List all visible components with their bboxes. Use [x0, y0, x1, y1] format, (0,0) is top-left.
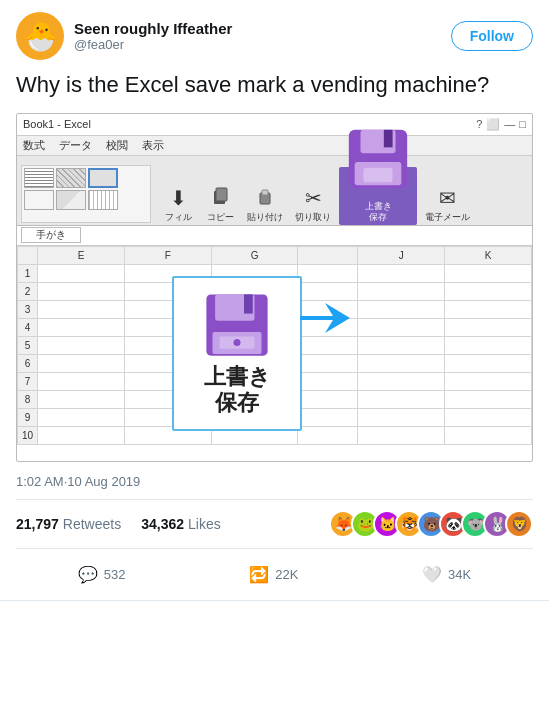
tweet-stats: 21,797 Retweets 34,362 Likes 🦊 🐸 🐱 🐯 🐻 🐼…	[16, 499, 533, 549]
ribbon-buttons: ⬇ フィル コピー 貼り付け ✂ 切り取り	[159, 167, 474, 225]
ribbon-btn-copy[interactable]: コピー	[201, 167, 239, 225]
restore-icon: ⬜	[486, 118, 500, 131]
tweet-text: Why is the Excel save mark a vending mac…	[16, 70, 533, 101]
svg-rect-11	[244, 294, 253, 313]
swatch-6	[88, 190, 118, 210]
excel-grid: E F G J K 1 2 3 4 5 6 7 8	[17, 246, 532, 461]
menu-item-review[interactable]: 校閲	[106, 138, 128, 153]
liker-avatars: 🦊 🐸 🐱 🐯 🐻 🐼 🐨 🐰 🦁	[329, 510, 533, 538]
liker-avatar-9: 🦁	[505, 510, 533, 538]
ribbon-btn-email[interactable]: ✉ 電子メール	[421, 167, 474, 225]
arrow-indicator	[295, 298, 355, 340]
column-header-row: E F G J K	[18, 246, 532, 264]
save-popup-label: 上書き保存	[204, 364, 271, 417]
save-popup-overlay: 上書き保存	[172, 276, 302, 431]
likes-stat: 34,362 Likes	[141, 516, 221, 532]
save-icon	[343, 124, 413, 199]
save-label: 上書き 保存	[365, 201, 392, 223]
paste-icon	[255, 185, 275, 210]
menu-item-view[interactable]: 表示	[142, 138, 164, 153]
svg-rect-1	[216, 188, 227, 201]
swatch-1	[24, 168, 54, 188]
username: @fea0er	[74, 37, 232, 52]
tweet-header: 🐣 Seen roughly Iffeather @fea0er Follow	[16, 12, 533, 60]
cut-label: 切り取り	[295, 212, 331, 223]
retweet-count: 22K	[275, 567, 298, 582]
svg-marker-15	[300, 303, 350, 333]
ribbon-btn-paste[interactable]: 貼り付け	[243, 167, 287, 225]
ribbon-btn-cut[interactable]: ✂ 切り取り	[291, 167, 335, 225]
svg-rect-3	[262, 190, 268, 195]
excel-title-text: Book1 - Excel	[23, 118, 91, 130]
excel-title-icons: ? ⬜ — □	[476, 118, 526, 131]
excel-ribbon: ⬇ フィル コピー 貼り付け ✂ 切り取り	[17, 156, 532, 226]
excel-name-row: 手がき	[17, 226, 532, 246]
reply-count: 532	[104, 567, 126, 582]
like-count: 34K	[448, 567, 471, 582]
swatch-4	[24, 190, 54, 210]
svg-rect-6	[384, 130, 393, 148]
swatch-5	[56, 190, 86, 210]
swatch-3	[88, 168, 118, 188]
swatch-2	[56, 168, 86, 188]
svg-rect-8	[363, 168, 392, 183]
ribbon-btn-save[interactable]: 上書き 保存	[339, 167, 417, 225]
email-icon: ✉	[439, 186, 456, 210]
fill-label: フィル	[165, 212, 192, 223]
likes-label: Likes	[188, 516, 221, 532]
col-j: J	[358, 246, 445, 264]
retweets-stat: 21,797 Retweets	[16, 516, 121, 532]
tweet-card: 🐣 Seen roughly Iffeather @fea0er Follow …	[0, 0, 549, 601]
paste-label: 貼り付け	[247, 212, 283, 223]
col-f: F	[124, 246, 211, 264]
col-g: G	[211, 246, 298, 264]
display-name: Seen roughly Iffeather	[74, 20, 232, 37]
tweet-timestamp: 1:02 AM·10 Aug 2019	[16, 474, 533, 489]
like-button[interactable]: 🤍 34K	[422, 565, 471, 584]
reply-icon: 💬	[78, 565, 98, 584]
user-info: 🐣 Seen roughly Iffeather @fea0er	[16, 12, 232, 60]
follow-button[interactable]: Follow	[451, 21, 533, 51]
retweets-label: Retweets	[63, 516, 121, 532]
col-h	[298, 246, 358, 264]
cut-icon: ✂	[305, 186, 322, 210]
retweet-button[interactable]: 🔁 22K	[249, 565, 298, 584]
retweet-icon: 🔁	[249, 565, 269, 584]
like-icon: 🤍	[422, 565, 442, 584]
help-icon: ?	[476, 118, 482, 130]
excel-title-bar: Book1 - Excel ? ⬜ — □	[17, 114, 532, 136]
user-names: Seen roughly Iffeather @fea0er	[74, 20, 232, 52]
swatch-row-1	[24, 168, 148, 188]
excel-menu-bar: 数式 データ 校閲 表示	[17, 136, 532, 156]
corner-cell	[18, 246, 38, 264]
maximize-icon: □	[519, 118, 526, 130]
likes-count: 34,362	[141, 516, 184, 532]
reply-button[interactable]: 💬 532	[78, 565, 126, 584]
email-label: 電子メール	[425, 212, 470, 223]
ribbon-btn-fill[interactable]: ⬇ フィル	[159, 167, 197, 225]
retweets-count: 21,797	[16, 516, 59, 532]
menu-item-formula[interactable]: 数式	[23, 138, 45, 153]
minimize-icon: —	[504, 118, 515, 130]
tweet-actions: 💬 532 🔁 22K 🤍 34K	[16, 561, 533, 588]
ribbon-swatches	[21, 165, 151, 223]
copy-label: コピー	[207, 212, 234, 223]
copy-icon	[210, 185, 230, 210]
col-k: K	[445, 246, 532, 264]
fill-icon: ⬇	[170, 186, 187, 210]
excel-screenshot: Book1 - Excel ? ⬜ — □ 数式 データ 校閲 表示	[16, 113, 533, 462]
menu-item-data[interactable]: データ	[59, 138, 92, 153]
col-e: E	[38, 246, 125, 264]
swatch-row-2	[24, 190, 148, 210]
name-box[interactable]: 手がき	[21, 227, 81, 243]
svg-point-14	[234, 339, 241, 346]
avatar: 🐣	[16, 12, 64, 60]
